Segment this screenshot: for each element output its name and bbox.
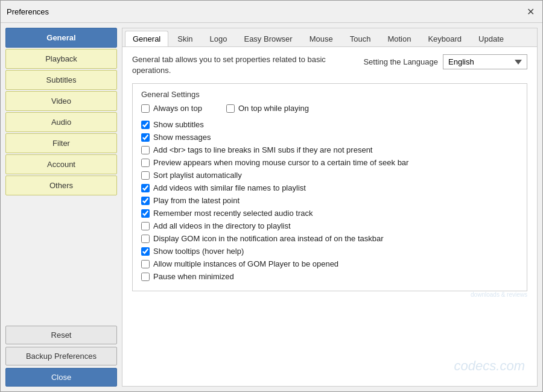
show-tooltips-label: Show tooltips (hover help) [153, 247, 244, 256]
sidebar-nav: General Playback Subtitles Video Audio F… [5, 28, 117, 320]
sidebar-buttons: Reset Backup Preferences Close [5, 326, 117, 387]
allow-multiple-instances-checkbox[interactable] [141, 260, 150, 268]
language-row: Setting the Language English Korean Japa… [363, 54, 527, 69]
row-top: Always on top On top while playing [141, 104, 518, 116]
tab-skin[interactable]: Skin [170, 31, 200, 46]
show-subtitles-label: Show subtitles [153, 120, 204, 129]
close-button[interactable]: Close [5, 368, 117, 387]
preview-appears-checkbox[interactable] [141, 159, 150, 167]
tab-logo[interactable]: Logo [202, 31, 235, 46]
sidebar-item-filter[interactable]: Filter [5, 133, 117, 153]
checkbox-add-videos-similar[interactable]: Add videos with similar file names to pl… [141, 183, 518, 192]
checkbox-display-gom-icon[interactable]: Display GOM icon in the notification are… [141, 234, 518, 243]
panel-body: General tab allows you to set properties… [122, 47, 537, 386]
tab-mouse[interactable]: Mouse [302, 31, 341, 46]
checkbox-remember-audio-track[interactable]: Remember most recently selected audio tr… [141, 209, 518, 218]
add-br-tags-checkbox[interactable] [141, 146, 150, 154]
add-videos-similar-label: Add videos with similar file names to pl… [153, 183, 306, 192]
sidebar-item-video[interactable]: Video [5, 91, 117, 111]
checkbox-add-br-tags[interactable]: Add <br> tags to line breaks in SMI subs… [141, 145, 518, 154]
checkbox-show-messages[interactable]: Show messages [141, 133, 518, 142]
pause-minimized-label: Pause when minimized [153, 272, 234, 281]
language-select[interactable]: English Korean Japanese Chinese French G… [443, 54, 527, 69]
tab-touch[interactable]: Touch [342, 31, 379, 46]
show-messages-checkbox[interactable] [141, 133, 150, 142]
sort-playlist-label: Sort playlist automatically [153, 171, 242, 180]
sidebar-item-subtitles[interactable]: Subtitles [5, 70, 117, 90]
sidebar-item-account[interactable]: Account [5, 154, 117, 174]
preview-appears-label: Preview appears when moving mouse cursor… [153, 158, 408, 167]
preferences-window: Preferences ✕ General Playback Subtitles… [0, 0, 543, 392]
play-latest-point-checkbox[interactable] [141, 197, 150, 205]
main-panel: General Skin Logo Easy Browser Mouse Tou… [122, 28, 538, 387]
always-on-top-checkbox[interactable] [141, 104, 150, 113]
panel-header: General tab allows you to set properties… [132, 54, 527, 76]
checkbox-play-latest-point[interactable]: Play from the latest point [141, 196, 518, 205]
checkbox-always-on-top[interactable]: Always on top [141, 104, 202, 113]
add-br-tags-label: Add <br> tags to line breaks in SMI subs… [153, 145, 372, 154]
add-videos-similar-checkbox[interactable] [141, 184, 150, 192]
checkbox-pause-minimized[interactable]: Pause when minimized [141, 272, 518, 281]
checkbox-show-tooltips[interactable]: Show tooltips (hover help) [141, 247, 518, 256]
pause-minimized-checkbox[interactable] [141, 273, 150, 281]
watermark-sub: downloads & reviews [132, 291, 527, 298]
on-top-while-playing-checkbox[interactable] [226, 104, 235, 113]
allow-multiple-instances-label: Allow multiple instances of GOM Player t… [153, 259, 338, 268]
checkbox-show-subtitles[interactable]: Show subtitles [141, 120, 518, 129]
sidebar-item-playback[interactable]: Playback [5, 49, 117, 69]
sidebar-item-audio[interactable]: Audio [5, 112, 117, 132]
panel-description: General tab allows you to set properties… [132, 54, 361, 76]
display-gom-icon-label: Display GOM icon in the notification are… [153, 234, 384, 243]
show-messages-label: Show messages [153, 133, 211, 142]
play-latest-point-label: Play from the latest point [153, 196, 240, 205]
always-on-top-label: Always on top [153, 104, 202, 113]
window-title: Preferences [7, 7, 49, 16]
checkbox-allow-multiple-instances[interactable]: Allow multiple instances of GOM Player t… [141, 259, 518, 268]
sidebar-item-others[interactable]: Others [5, 175, 117, 195]
show-tooltips-checkbox[interactable] [141, 247, 150, 256]
tab-general[interactable]: General [125, 31, 168, 46]
tab-motion[interactable]: Motion [379, 31, 419, 46]
checkbox-preview-appears[interactable]: Preview appears when moving mouse cursor… [141, 158, 518, 167]
remember-audio-track-checkbox[interactable] [141, 209, 150, 218]
language-label: Setting the Language [363, 57, 438, 66]
tab-update[interactable]: Update [471, 31, 512, 46]
tab-easy-browser[interactable]: Easy Browser [236, 31, 300, 46]
tab-bar: General Skin Logo Easy Browser Mouse Tou… [122, 28, 537, 47]
sidebar: General Playback Subtitles Video Audio F… [5, 28, 117, 387]
show-subtitles-checkbox[interactable] [141, 121, 150, 129]
checkbox-sort-playlist[interactable]: Sort playlist automatically [141, 171, 518, 180]
window-close-button[interactable]: ✕ [524, 5, 536, 17]
checkbox-add-all-videos[interactable]: Add all videos in the directory to playl… [141, 221, 518, 230]
add-all-videos-checkbox[interactable] [141, 222, 150, 230]
reset-button[interactable]: Reset [5, 326, 117, 344]
remember-audio-track-label: Remember most recently selected audio tr… [153, 209, 313, 218]
backup-preferences-button[interactable]: Backup Preferences [5, 347, 117, 365]
checkbox-on-top-while-playing[interactable]: On top while playing [226, 104, 309, 113]
display-gom-icon-checkbox[interactable] [141, 235, 150, 243]
sidebar-item-general[interactable]: General [5, 28, 117, 48]
main-content: General Playback Subtitles Video Audio F… [1, 23, 542, 391]
sort-playlist-checkbox[interactable] [141, 171, 150, 180]
settings-group-title: General Settings [141, 90, 518, 99]
add-all-videos-label: Add all videos in the directory to playl… [153, 221, 291, 230]
tab-keyboard[interactable]: Keyboard [420, 31, 469, 46]
on-top-while-playing-label: On top while playing [238, 104, 309, 113]
watermark: codecs.com [454, 358, 525, 374]
title-bar: Preferences ✕ [1, 1, 542, 23]
settings-group: General Settings Always on top On top wh… [132, 83, 527, 291]
